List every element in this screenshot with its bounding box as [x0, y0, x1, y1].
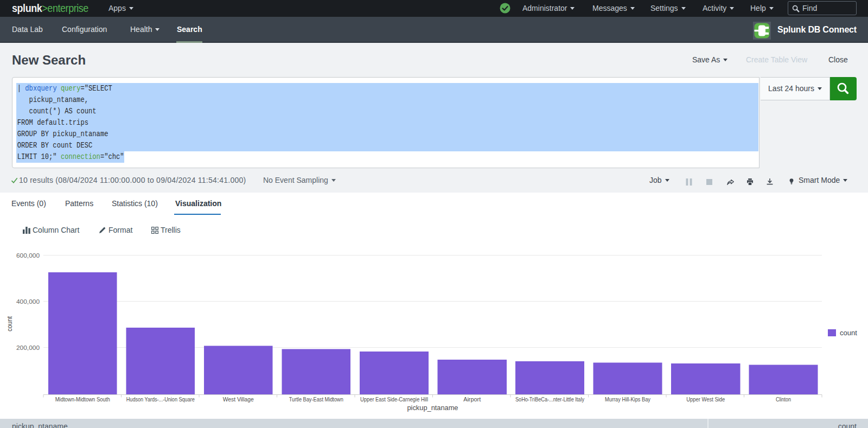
svg-text:Airport: Airport [463, 396, 481, 403]
svg-text:Murray Hill-Kips Bay: Murray Hill-Kips Bay [605, 396, 651, 403]
svg-text:West Village: West Village [223, 396, 254, 403]
svg-text:200,000: 200,000 [16, 344, 40, 351]
svg-text:Turtle Bay-East Midtown: Turtle Bay-East Midtown [289, 396, 343, 403]
svg-text:600,000: 600,000 [16, 252, 40, 259]
svg-text:Upper West Side: Upper West Side [686, 396, 725, 403]
svg-text:Hudson Yards-...-Union Square: Hudson Yards-...-Union Square [126, 396, 195, 403]
svg-text:count: count [840, 329, 857, 337]
svg-text:Clinton: Clinton [776, 396, 791, 403]
svg-text:count: count [5, 316, 14, 331]
svg-text:Upper East Side-Carnegie Hill: Upper East Side-Carnegie Hill [360, 396, 428, 403]
svg-text:pickup_ntaname: pickup_ntaname [407, 404, 458, 412]
svg-text:400,000: 400,000 [16, 298, 40, 305]
svg-text:Midtown-Midtown South: Midtown-Midtown South [55, 396, 110, 403]
svg-text:SoHo-TriBeCa-...nter-Little It: SoHo-TriBeCa-...nter-Little Italy [515, 396, 585, 403]
